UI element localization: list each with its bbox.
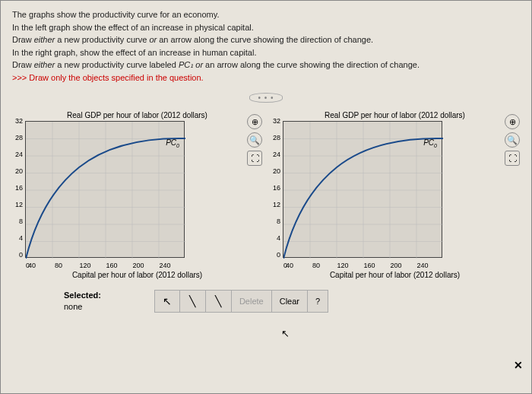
x-axis-ticks: 04080120160200240 [26,262,192,269]
curve-label-left: PC0 [166,138,179,148]
clear-button[interactable]: Clear [272,290,308,313]
instr-line-1: The graphs show the productivity curve f… [12,8,520,21]
instr-hint: >>> Draw only the objects specified in t… [12,71,520,84]
right-graph: Real GDP per hour of labor (2012 dollars… [273,111,517,279]
drawing-toolbar: ↖ ╲ ╲ Delete Clear ? [154,290,328,313]
help-button[interactable]: ? [308,290,328,313]
selected-status: Selected: none [64,290,101,313]
line-tool[interactable]: ╲ [206,290,232,313]
fullscreen-icon[interactable]: ⛶ [505,151,520,166]
plot-area-right[interactable]: PC0 [283,121,442,258]
graph-title-right: Real GDP per hour of labor (2012 dollars… [273,111,517,119]
x-axis-label-left: Capital per hour of labor (2012 dollars) [15,271,259,279]
y-axis-ticks: 322824201612840 [273,121,280,262]
left-graph: Real GDP per hour of labor (2012 dollars… [15,111,259,279]
delete-button[interactable]: Delete [232,290,272,313]
graph-title-left: Real GDP per hour of labor (2012 dollars… [15,111,259,119]
instructions-block: The graphs show the productivity curve f… [12,8,520,84]
y-axis-ticks: 322824201612840 [15,121,23,262]
instr-line-3: Draw either a new productivity curve or … [12,33,520,46]
zoom-out-icon[interactable]: 🔍 [505,132,520,148]
instr-line-2: In the left graph show the effect of an … [12,21,520,34]
curve-label-right: PC0 [423,138,437,148]
zoom-in-icon[interactable]: ⊕ [247,114,262,129]
zoom-in-icon[interactable]: ⊕ [505,114,520,129]
close-icon[interactable]: ✕ [514,359,523,371]
pointer-tool[interactable]: ↖ [154,290,180,313]
zoom-out-icon[interactable]: 🔍 [247,132,262,148]
plot-area-left[interactable]: PC0 [25,121,185,258]
instr-line-5: Draw either a new productivity curve lab… [12,59,520,71]
fullscreen-icon[interactable]: ⛶ [247,151,262,166]
x-axis-label-right: Capital per hour of labor (2012 dollars) [273,271,517,279]
x-axis-ticks: 04080120160200240 [283,262,449,269]
curve-tool[interactable]: ╲ [180,290,206,313]
section-divider: • • • [12,90,520,103]
instr-line-4: In the right graph, show the effect of a… [12,46,520,59]
cursor-icon: ↖ [281,328,290,339]
